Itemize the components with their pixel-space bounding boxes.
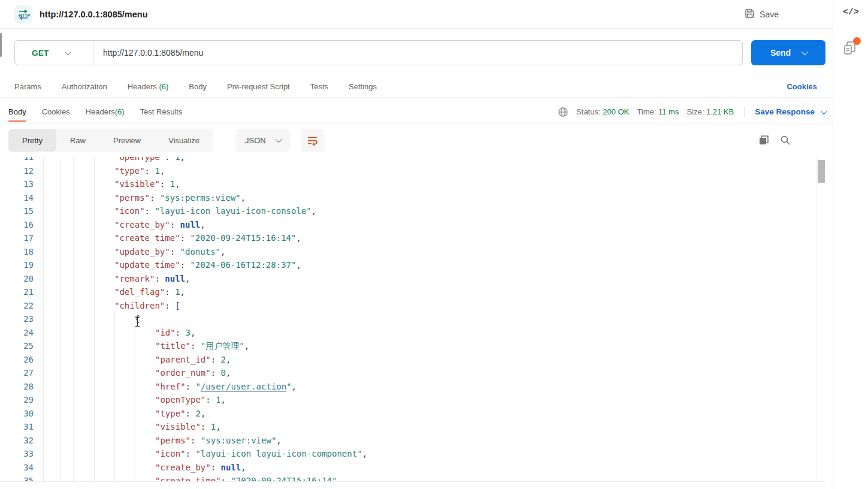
indent-guide bbox=[74, 434, 94, 448]
format-select[interactable]: JSON bbox=[235, 129, 290, 152]
gutter bbox=[61, 285, 74, 299]
fold-gutter[interactable] bbox=[44, 393, 61, 407]
fold-gutter[interactable] bbox=[44, 204, 61, 218]
json-token-num: 0 bbox=[221, 366, 226, 380]
gutter bbox=[61, 191, 74, 205]
code-line: 20"remark": null, bbox=[0, 272, 816, 286]
request-tab-params[interactable]: Params bbox=[14, 82, 41, 91]
fold-gutter[interactable] bbox=[44, 177, 61, 191]
vertical-scrollbar[interactable] bbox=[816, 157, 825, 481]
json-token-punc: , bbox=[296, 231, 301, 245]
json-token-punc: : bbox=[165, 157, 175, 164]
code-snippet-icon[interactable]: </> bbox=[833, 7, 868, 17]
inspector-icon[interactable] bbox=[842, 41, 858, 61]
fold-gutter[interactable] bbox=[44, 157, 61, 164]
fold-gutter[interactable] bbox=[44, 407, 61, 421]
fold-gutter[interactable] bbox=[44, 299, 61, 313]
request-tab-header: HTTP http://127.0.0.1:8085/menu Save bbox=[0, 0, 833, 29]
indent-guide bbox=[74, 353, 94, 367]
indent-guide bbox=[94, 285, 114, 299]
fold-gutter[interactable] bbox=[44, 245, 61, 259]
json-token-punc: , bbox=[296, 258, 301, 272]
json-token-key: "icon" bbox=[114, 204, 145, 218]
fold-gutter[interactable] bbox=[44, 272, 61, 286]
wrap-text-button[interactable] bbox=[301, 129, 325, 152]
mouse-text-cursor-icon bbox=[134, 316, 141, 330]
indent-guide bbox=[135, 380, 155, 394]
size-badge: Size: 1.21 KB bbox=[686, 107, 734, 116]
fold-gutter[interactable] bbox=[44, 258, 61, 272]
scrollbar-thumb[interactable] bbox=[818, 160, 825, 183]
response-tab-body[interactable]: Body bbox=[8, 100, 26, 123]
fold-gutter[interactable] bbox=[44, 191, 61, 205]
json-token-null: null bbox=[165, 272, 185, 286]
search-icon[interactable] bbox=[780, 135, 791, 146]
response-tab-cookies[interactable]: Cookies bbox=[42, 100, 70, 123]
gutter bbox=[61, 177, 74, 191]
copy-icon[interactable] bbox=[758, 135, 769, 146]
json-token-punc: , bbox=[180, 157, 185, 164]
request-tab-authorization[interactable]: Authorization bbox=[62, 82, 107, 91]
method-select[interactable]: GET bbox=[15, 41, 93, 65]
view-tab-pretty[interactable]: Pretty bbox=[8, 129, 56, 152]
sidebar-collapse-handle[interactable] bbox=[0, 33, 2, 57]
fold-gutter[interactable] bbox=[44, 420, 61, 434]
fold-gutter[interactable] bbox=[44, 434, 61, 448]
indent-guide bbox=[114, 326, 135, 340]
horizontal-scrollbar[interactable] bbox=[0, 481, 825, 489]
json-token-num: 1 bbox=[211, 420, 216, 434]
indent-guide bbox=[94, 461, 114, 475]
indent-guide bbox=[114, 434, 135, 448]
request-tab-tests[interactable]: Tests bbox=[310, 82, 328, 91]
request-tab-headers[interactable]: Headers (6) bbox=[128, 82, 169, 91]
fold-gutter[interactable] bbox=[44, 447, 61, 461]
fold-gutter[interactable] bbox=[44, 353, 61, 367]
fold-gutter[interactable] bbox=[44, 218, 61, 232]
save-response-button[interactable]: Save Response bbox=[755, 107, 825, 116]
indent-guide bbox=[74, 157, 94, 164]
code-line: 22"children": [ bbox=[0, 299, 816, 313]
view-tab-preview[interactable]: Preview bbox=[99, 129, 155, 152]
json-token-punc: : bbox=[145, 204, 155, 218]
indent-guide bbox=[114, 407, 135, 421]
json-token-punc: , bbox=[216, 420, 220, 434]
fold-gutter[interactable] bbox=[44, 164, 61, 178]
fold-gutter[interactable] bbox=[44, 339, 61, 353]
fold-gutter[interactable] bbox=[44, 312, 61, 326]
code-line: 26"parent_id": 2, bbox=[0, 353, 816, 367]
json-token-key: "remark" bbox=[114, 272, 155, 286]
cookies-link[interactable]: Cookies bbox=[787, 82, 817, 91]
url-input[interactable] bbox=[93, 41, 742, 65]
fold-gutter[interactable] bbox=[44, 231, 61, 245]
response-tab-headers[interactable]: Headers (6) bbox=[86, 100, 125, 123]
code-line: 21"del_flag": 1, bbox=[0, 285, 816, 299]
line-number: 15 bbox=[0, 204, 44, 218]
send-button[interactable]: Send bbox=[751, 40, 825, 65]
indent-guide bbox=[74, 164, 94, 178]
fold-gutter[interactable] bbox=[44, 366, 61, 380]
json-link-value[interactable]: /user/user.action bbox=[201, 380, 286, 394]
save-button[interactable]: Save bbox=[745, 0, 779, 29]
fold-gutter[interactable] bbox=[44, 461, 61, 475]
json-token-key: "perms" bbox=[155, 434, 190, 448]
gutter bbox=[61, 353, 74, 367]
indent-guide bbox=[74, 312, 94, 326]
json-token-key: "perms" bbox=[114, 191, 150, 205]
json-token-punc: : bbox=[165, 285, 175, 299]
response-body-code[interactable]: 11"openType": 1,12"type": 1,13"visible":… bbox=[0, 157, 816, 481]
json-token-key: "create_time" bbox=[155, 474, 221, 481]
request-tab-settings[interactable]: Settings bbox=[349, 82, 377, 91]
indent-guide bbox=[74, 218, 94, 232]
view-tab-visualize[interactable]: Visualize bbox=[155, 129, 213, 152]
fold-gutter[interactable] bbox=[44, 285, 61, 299]
request-tab-pre-request-script[interactable]: Pre-request Script bbox=[227, 82, 290, 91]
fold-gutter[interactable] bbox=[44, 474, 61, 481]
json-token-null: null bbox=[221, 461, 241, 475]
indent-guide bbox=[74, 366, 94, 380]
request-tab-body[interactable]: Body bbox=[189, 82, 207, 91]
fold-gutter[interactable] bbox=[44, 326, 61, 340]
fold-gutter[interactable] bbox=[44, 380, 61, 394]
gutter bbox=[61, 164, 74, 178]
response-tab-test-results[interactable]: Test Results bbox=[140, 100, 183, 123]
view-tab-raw[interactable]: Raw bbox=[56, 129, 99, 152]
